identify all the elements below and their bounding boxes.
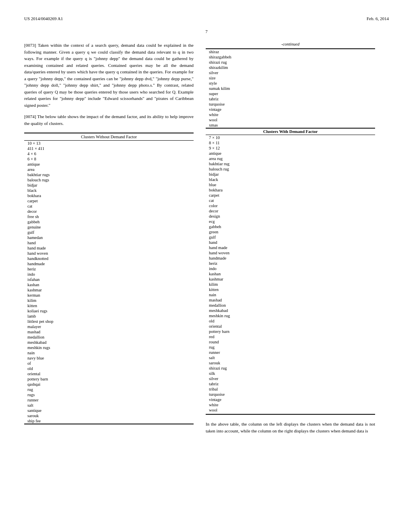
- right-table-section-title: Clusters With Demand Factor: [206, 128, 375, 135]
- left-table-item: meshkabad: [24, 340, 194, 345]
- right-table-section-item: nain: [206, 292, 375, 297]
- right-table-pre-item: white: [206, 112, 375, 117]
- left-table-item: handmade: [24, 261, 194, 266]
- right-table-section-item: design: [206, 214, 375, 219]
- left-table-body: 10 × 13411 × 4114 × 66 × 8antiqueareabak…: [24, 141, 194, 424]
- paragraph-073: [0073] Taken within the context of a sea…: [24, 42, 194, 108]
- right-table-section-item: black: [206, 177, 375, 182]
- right-table-pre-item: shirazi rug: [206, 60, 375, 65]
- right-table-section-item: bakhtiar rug: [206, 161, 375, 166]
- right-table-section-item: ecg: [206, 219, 375, 224]
- right-table-section-item: area rug: [206, 156, 375, 161]
- right-table-section-item: medallion: [206, 303, 375, 308]
- left-table-item: old: [24, 366, 194, 371]
- right-table-section-item: shirazi rug: [206, 366, 375, 371]
- right-column: -continued shirazshirazgabbehshirazi rug…: [206, 42, 375, 434]
- left-table-item: littlest pet shop: [24, 319, 194, 324]
- content-area: [0073] Taken within the context of a sea…: [24, 42, 389, 434]
- right-table-pre-item: wool: [206, 117, 375, 123]
- right-table-section-item: silk: [206, 371, 375, 376]
- left-table-item: meshkin rugs: [24, 345, 194, 350]
- para-074-label: [0074]: [24, 114, 36, 119]
- left-table-item: sarouk: [24, 413, 194, 418]
- right-table-pre-body: shirazshirazgabbehshirazi rugshirazkilim…: [206, 49, 375, 128]
- right-table-section-item: tribal: [206, 387, 375, 392]
- right-table-pre-item: vintage: [206, 107, 375, 112]
- left-table-item: decor: [24, 209, 194, 214]
- bottom-text: In the above table, the column on the le…: [206, 421, 375, 434]
- left-table-item: ship fee: [24, 418, 194, 424]
- right-table-section-item: balouch rug: [206, 166, 375, 172]
- right-table-section-item: oriental: [206, 324, 375, 329]
- left-table-item: lamb: [24, 314, 194, 319]
- left-table-item: bakhtiar rugs: [24, 172, 194, 177]
- left-table-item: malayer: [24, 324, 194, 329]
- left-table-item: 411 × 411: [24, 146, 194, 151]
- right-table-section-header: Clusters With Demand Factor: [206, 128, 375, 135]
- left-table-item: kashan: [24, 282, 194, 287]
- right-table-section-item: 9 × 12: [206, 145, 375, 151]
- right-table-section-item: handmade: [206, 256, 375, 261]
- left-table-item: pottery barn: [24, 376, 194, 382]
- right-table-section-item: hand made: [206, 245, 375, 250]
- continued-header: -continued: [206, 42, 375, 46]
- right-table-section-item: silver: [206, 376, 375, 381]
- right-table-pre-item: sumak kilim: [206, 86, 375, 91]
- right-table-section-item: mashad: [206, 297, 375, 303]
- left-table-item: navy blue: [24, 355, 194, 361]
- right-table-section-item: kitten: [206, 287, 375, 292]
- left-table-item: heriz: [24, 266, 194, 272]
- right-table-section-item: rug: [206, 345, 375, 350]
- right-table-section-item: runner: [206, 350, 375, 355]
- right-table-section-item: wool: [206, 407, 375, 414]
- left-table-item: hamedan: [24, 235, 194, 240]
- right-table: shirazshirazgabbehshirazi rugshirazkilim…: [206, 48, 375, 415]
- right-table-section-item: bidjar: [206, 172, 375, 177]
- right-table-section-item: indo: [206, 266, 375, 271]
- left-table-item: santique: [24, 408, 194, 413]
- page-number: 7: [24, 29, 389, 34]
- left-table-item: genuine: [24, 224, 194, 230]
- right-table-pre-item: shirazkilim: [206, 65, 375, 70]
- left-table-container: Clusters Without Demand Factor 10 × 1341…: [24, 133, 194, 424]
- left-table-item: medallion: [24, 335, 194, 340]
- left-table-item: rug: [24, 387, 194, 392]
- right-table-section-item: kilim: [206, 282, 375, 287]
- right-table-section-item: gulf: [206, 235, 375, 240]
- right-table-section-item: sarouk: [206, 360, 375, 366]
- right-table-section-item: meshkabad: [206, 308, 375, 313]
- left-table-item: handknotted: [24, 256, 194, 261]
- right-table-body: 7 × 108 × 119 × 12antiquearea rugbakhtia…: [206, 135, 375, 415]
- left-table-item: mashad: [24, 329, 194, 335]
- left-table: Clusters Without Demand Factor 10 × 1341…: [24, 133, 194, 424]
- right-table-section-item: bokhara: [206, 187, 375, 193]
- right-table-section-item: hand woven: [206, 250, 375, 256]
- right-table-section-item: turquoise: [206, 392, 375, 397]
- para-073-label: [0073]: [24, 43, 36, 48]
- left-table-item: hand woven: [24, 251, 194, 256]
- left-table-item: antique: [24, 162, 194, 167]
- left-table-item: nain: [24, 350, 194, 355]
- right-table-section-item: carpet: [206, 193, 375, 198]
- left-table-item: qashqai: [24, 382, 194, 387]
- right-table-section-item: white: [206, 402, 375, 407]
- right-table-pre-item: super: [206, 91, 375, 96]
- left-table-item: bokhara: [24, 193, 194, 198]
- patent-date: Feb. 6, 2014: [367, 16, 389, 21]
- left-table-item: runner: [24, 397, 194, 403]
- right-table-section-item: tabriz: [206, 381, 375, 387]
- right-table-section-item: 8 × 11: [206, 140, 375, 145]
- right-table-section-item: pottery barn: [206, 329, 375, 334]
- right-table-pre-item: xmas: [206, 123, 375, 128]
- right-table-section-item: heriz: [206, 261, 375, 266]
- left-table-item: bidjar: [24, 183, 194, 188]
- right-table-section-item: hand: [206, 240, 375, 245]
- left-table-item: salt: [24, 403, 194, 408]
- right-table-section-item: old: [206, 318, 375, 324]
- left-table-item: kitten: [24, 303, 194, 308]
- right-table-section-item: color: [206, 203, 375, 208]
- left-table-item: balouch rugs: [24, 177, 194, 183]
- left-table-item: area: [24, 167, 194, 172]
- right-table-pre-item: style: [206, 81, 375, 86]
- right-table-section-item: green: [206, 229, 375, 235]
